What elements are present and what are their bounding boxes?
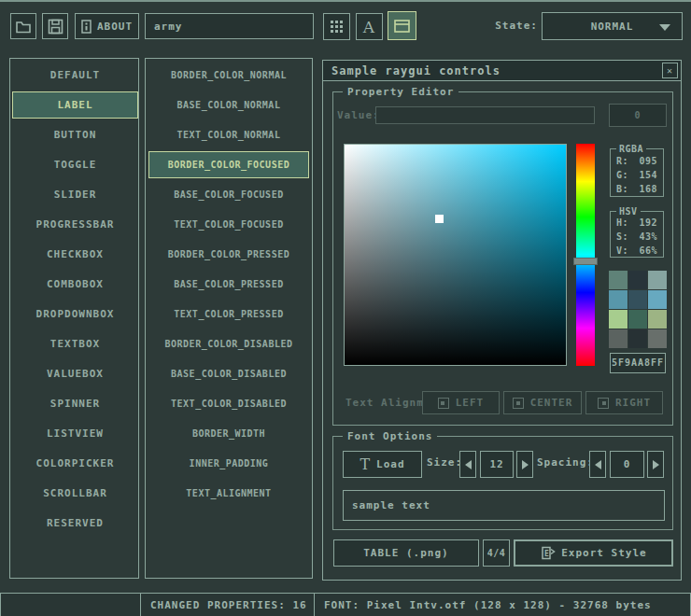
color-saturation-value-picker[interactable]: [344, 144, 567, 366]
color-swatch-9[interactable]: [609, 329, 628, 348]
sample-text-input[interactable]: sample text: [343, 490, 665, 521]
spacing-increment-button[interactable]: [647, 451, 664, 478]
font-load-button[interactable]: T Load: [343, 451, 422, 478]
property-item-text_color_focused[interactable]: TEXT_COLOR_FOCUSED: [148, 211, 309, 238]
size-increment-button[interactable]: [516, 451, 533, 478]
style-color-swatches: [609, 271, 667, 348]
control-item-combobox[interactable]: COMBOBOX: [12, 271, 138, 298]
property-item-text_color_normal[interactable]: TEXT_COLOR_NORMAL: [148, 121, 309, 148]
color-swatch-8[interactable]: [648, 310, 667, 329]
rguistyler-window: ABOUT army A: [0, 0, 691, 616]
color-swatch-11[interactable]: [648, 329, 667, 348]
control-item-slider[interactable]: SLIDER: [12, 181, 138, 208]
control-item-valuebox[interactable]: VALUEBOX: [12, 360, 138, 387]
property-item-base_color_disabled[interactable]: BASE_COLOR_DISABLED: [148, 360, 309, 387]
v-value: 66%: [639, 244, 657, 258]
grid-view-button[interactable]: [323, 13, 350, 40]
value-spinner-text: 0: [634, 110, 641, 120]
property-item-inner_padding[interactable]: INNER_PADDING: [148, 450, 309, 477]
hue-bar[interactable]: [576, 144, 595, 366]
table-png-label: TABLE (.png): [363, 547, 448, 559]
state-dropdown[interactable]: NORMAL: [542, 12, 683, 40]
close-icon: ✕: [667, 65, 673, 76]
property-item-base_color_focused[interactable]: BASE_COLOR_FOCUSED: [148, 181, 309, 208]
table-pages-text: 4/4: [487, 548, 506, 558]
color-swatch-6[interactable]: [609, 310, 628, 329]
value-spinner-button[interactable]: 0: [609, 104, 667, 127]
export-style-button[interactable]: E Export Style: [514, 539, 673, 567]
sample-controls-window: Sample raygui controls ✕ Property Editor…: [322, 60, 682, 581]
font-atlas-button[interactable]: A: [356, 13, 383, 40]
rgba-label: RGBA: [616, 144, 646, 154]
control-item-colorpicker[interactable]: COLORPICKER: [12, 450, 138, 477]
v-label: V:: [616, 244, 628, 258]
control-item-default[interactable]: DEFAULT: [12, 62, 138, 89]
control-item-textbox[interactable]: TEXTBOX: [12, 330, 138, 357]
spacing-decrement-button[interactable]: [589, 451, 606, 478]
rgba-g-row: G: 154: [611, 168, 663, 182]
save-style-button[interactable]: [42, 13, 68, 39]
property-item-base_color_pressed[interactable]: BASE_COLOR_PRESSED: [148, 271, 309, 298]
font-spacing-text: 0: [624, 458, 631, 470]
arrow-left-icon: [465, 460, 472, 469]
g-label: G:: [616, 168, 628, 182]
control-item-checkbox[interactable]: CHECKBOX: [12, 241, 138, 268]
hex-color-input[interactable]: 5F9AA8FF: [610, 353, 666, 373]
style-name-input[interactable]: army: [145, 13, 314, 39]
align-left-button[interactable]: LEFT: [422, 391, 500, 414]
property-item-text_color_pressed[interactable]: TEXT_COLOR_PRESSED: [148, 301, 309, 328]
hue-slider-handle[interactable]: [573, 258, 598, 265]
align-right-label: RIGHT: [615, 397, 651, 409]
property-item-text_alignment[interactable]: TEXT_ALIGNMENT: [148, 480, 309, 507]
property-item-border_color_disabled[interactable]: BORDER_COLOR_DISABLED: [148, 330, 309, 357]
control-item-button[interactable]: BUTTON: [12, 121, 138, 148]
value-label: Value:: [337, 106, 380, 124]
font-t-icon: T: [360, 458, 371, 471]
color-swatch-5[interactable]: [648, 290, 667, 309]
color-swatch-1[interactable]: [628, 271, 647, 289]
control-item-toggle[interactable]: TOGGLE: [12, 151, 138, 178]
control-item-scrollbar[interactable]: SCROLLBAR: [12, 480, 138, 507]
control-item-spinner[interactable]: SPINNER: [12, 390, 138, 417]
color-picker-cursor[interactable]: [435, 215, 444, 223]
color-swatch-3[interactable]: [609, 290, 628, 309]
font-spacing-label: Spacing:: [537, 456, 589, 469]
sample-window-titlebar[interactable]: Sample raygui controls ✕: [323, 61, 681, 81]
align-right-button[interactable]: RIGHT: [585, 391, 663, 414]
property-item-border_color_normal[interactable]: BORDER_COLOR_NORMAL: [148, 62, 309, 89]
text-alignment-label: Text Alignme: [346, 396, 424, 411]
control-item-listview[interactable]: LISTVIEW: [12, 420, 138, 447]
font-a-icon: A: [363, 18, 375, 36]
color-swatch-7[interactable]: [628, 310, 647, 329]
align-center-button[interactable]: CENTER: [503, 391, 582, 414]
close-button[interactable]: ✕: [662, 63, 678, 78]
align-right-icon: [598, 398, 609, 409]
style-table-button[interactable]: [388, 11, 416, 40]
property-item-base_color_normal[interactable]: BASE_COLOR_NORMAL: [148, 91, 309, 119]
hsv-v-row: V: 66%: [611, 244, 663, 258]
color-swatch-2[interactable]: [648, 271, 667, 289]
table-pages-value[interactable]: 4/4: [483, 539, 510, 567]
color-swatch-4[interactable]: [628, 290, 647, 309]
grid-icon: [330, 20, 344, 34]
font-size-value[interactable]: 12: [480, 451, 514, 478]
arrow-right-icon: [522, 460, 529, 469]
property-item-text_color_disabled[interactable]: TEXT_COLOR_DISABLED: [148, 390, 309, 417]
control-item-label[interactable]: LABEL: [12, 91, 138, 119]
h-value: 192: [639, 216, 657, 230]
property-item-border_color_pressed[interactable]: BORDER_COLOR_PRESSED: [148, 241, 309, 268]
about-button[interactable]: ABOUT: [75, 13, 139, 39]
font-spacing-value[interactable]: 0: [610, 451, 644, 478]
value-input[interactable]: [375, 106, 595, 124]
color-swatch-0[interactable]: [609, 271, 628, 289]
chevron-down-icon: [659, 24, 670, 31]
table-png-button[interactable]: TABLE (.png): [333, 539, 479, 567]
open-style-button[interactable]: [10, 13, 36, 39]
control-item-reserved[interactable]: RESERVED: [12, 510, 138, 537]
control-item-dropdownbox[interactable]: DROPDOWNBOX: [12, 301, 138, 328]
control-item-progressbar[interactable]: PROGRESSBAR: [12, 211, 138, 238]
property-item-border_color_focused[interactable]: BORDER_COLOR_FOCUSED: [148, 151, 309, 178]
property-item-border_width[interactable]: BORDER_WIDTH: [148, 420, 309, 447]
size-decrement-button[interactable]: [459, 451, 476, 478]
color-swatch-10[interactable]: [628, 329, 647, 348]
